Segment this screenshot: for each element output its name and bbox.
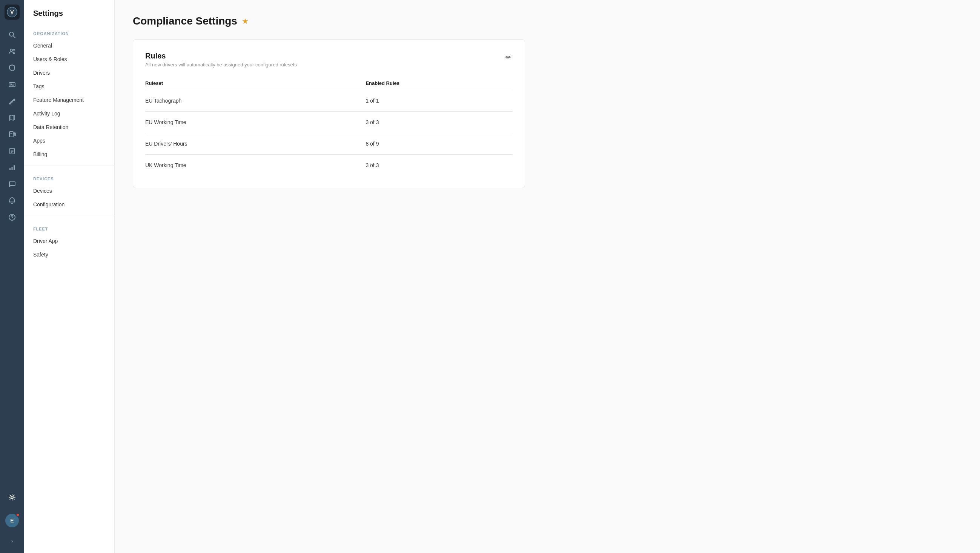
svg-rect-18 bbox=[10, 168, 11, 170]
svg-rect-20 bbox=[14, 165, 15, 170]
sidebar-item-configuration[interactable]: Configuration bbox=[24, 198, 114, 211]
card-header: Rules All new drivers will automatically… bbox=[145, 52, 512, 68]
app-logo[interactable]: V bbox=[5, 5, 20, 20]
table-row: EU Drivers' Hours 8 of 9 bbox=[145, 133, 512, 155]
bell-nav-icon[interactable] bbox=[5, 193, 20, 208]
sidebar-item-general[interactable]: General bbox=[24, 39, 114, 52]
sidebar-item-devices[interactable]: Devices bbox=[24, 184, 114, 198]
map-nav-icon[interactable] bbox=[5, 110, 20, 125]
sidebar-item-feature-management[interactable]: Feature Management bbox=[24, 93, 114, 107]
sidebar-item-drivers[interactable]: Drivers bbox=[24, 66, 114, 79]
svg-point-23 bbox=[11, 496, 13, 498]
table-row: EU Working Time 3 of 3 bbox=[145, 112, 512, 133]
chart-nav-icon[interactable] bbox=[5, 160, 20, 175]
sidebar-item-activity-log[interactable]: Activity Log bbox=[24, 107, 114, 120]
fleet-section-label: FLEET bbox=[24, 221, 114, 234]
rules-table: Ruleset Enabled Rules EU Tachograph 1 of… bbox=[145, 76, 512, 176]
org-section-label: ORGANIZATION bbox=[24, 25, 114, 39]
svg-rect-19 bbox=[12, 167, 13, 170]
sidebar-divider-2 bbox=[24, 216, 114, 216]
sidebar-item-users-roles[interactable]: Users & Roles bbox=[24, 52, 114, 66]
card-title-block: Rules All new drivers will automatically… bbox=[145, 52, 297, 68]
sidebar-item-driver-app[interactable]: Driver App bbox=[24, 234, 114, 248]
page-header: Compliance Settings ★ bbox=[133, 15, 962, 27]
svg-point-22 bbox=[12, 219, 13, 219]
ruleset-cell: EU Working Time bbox=[145, 112, 366, 133]
icon-rail: V E › bbox=[0, 0, 24, 553]
svg-text:V: V bbox=[10, 9, 14, 15]
sidebar-item-billing[interactable]: Billing bbox=[24, 148, 114, 161]
avatar-label: E bbox=[10, 518, 14, 524]
sidebar-divider-1 bbox=[24, 165, 114, 166]
help-nav-icon[interactable] bbox=[5, 210, 20, 225]
svg-point-7 bbox=[10, 84, 12, 85]
svg-point-4 bbox=[10, 49, 13, 51]
edit-icon[interactable]: ✏ bbox=[504, 52, 512, 63]
settings-sidebar: Settings ORGANIZATION General Users & Ro… bbox=[24, 0, 115, 553]
sidebar-item-apps[interactable]: Apps bbox=[24, 134, 114, 148]
search-nav-icon[interactable] bbox=[5, 27, 20, 42]
sidebar-title: Settings bbox=[24, 0, 114, 25]
sidebar-item-data-retention[interactable]: Data Retention bbox=[24, 120, 114, 134]
ruleset-cell: EU Drivers' Hours bbox=[145, 133, 366, 155]
clipboard-nav-icon[interactable] bbox=[5, 143, 20, 159]
enabled-cell: 3 of 3 bbox=[366, 112, 512, 133]
card-subtitle: All new drivers will automatically be as… bbox=[145, 62, 297, 68]
col-header-ruleset: Ruleset bbox=[145, 76, 366, 90]
notification-badge bbox=[16, 513, 20, 517]
enabled-cell: 1 of 1 bbox=[366, 90, 512, 112]
ruleset-cell: UK Working Time bbox=[145, 155, 366, 176]
col-header-enabled: Enabled Rules bbox=[366, 76, 512, 90]
ruleset-cell: EU Tachograph bbox=[145, 90, 366, 112]
rules-card: Rules All new drivers will automatically… bbox=[133, 39, 525, 188]
table-row: EU Tachograph 1 of 1 bbox=[145, 90, 512, 112]
wrench-nav-icon[interactable] bbox=[5, 94, 20, 109]
svg-rect-12 bbox=[10, 132, 13, 137]
idcard-nav-icon[interactable] bbox=[5, 77, 20, 92]
sidebar-item-safety[interactable]: Safety bbox=[24, 248, 114, 261]
people-nav-icon[interactable] bbox=[5, 44, 20, 59]
favorite-star-icon[interactable]: ★ bbox=[242, 17, 248, 25]
enabled-cell: 3 of 3 bbox=[366, 155, 512, 176]
table-row: UK Working Time 3 of 3 bbox=[145, 155, 512, 176]
collapse-rail-button[interactable]: › bbox=[5, 533, 20, 548]
enabled-cell: 8 of 9 bbox=[366, 133, 512, 155]
fuel-nav-icon[interactable] bbox=[5, 127, 20, 142]
shield-nav-icon[interactable] bbox=[5, 60, 20, 75]
page-title: Compliance Settings bbox=[133, 15, 237, 27]
chat-nav-icon[interactable] bbox=[5, 176, 20, 192]
svg-line-3 bbox=[13, 36, 15, 38]
user-avatar[interactable]: E bbox=[5, 514, 19, 528]
settings-nav-icon[interactable] bbox=[5, 489, 20, 505]
svg-point-5 bbox=[13, 49, 15, 51]
sidebar-item-tags[interactable]: Tags bbox=[24, 79, 114, 93]
card-title: Rules bbox=[145, 52, 297, 60]
main-content: Compliance Settings ★ Rules All new driv… bbox=[115, 0, 980, 553]
devices-section-label: DEVICES bbox=[24, 170, 114, 184]
